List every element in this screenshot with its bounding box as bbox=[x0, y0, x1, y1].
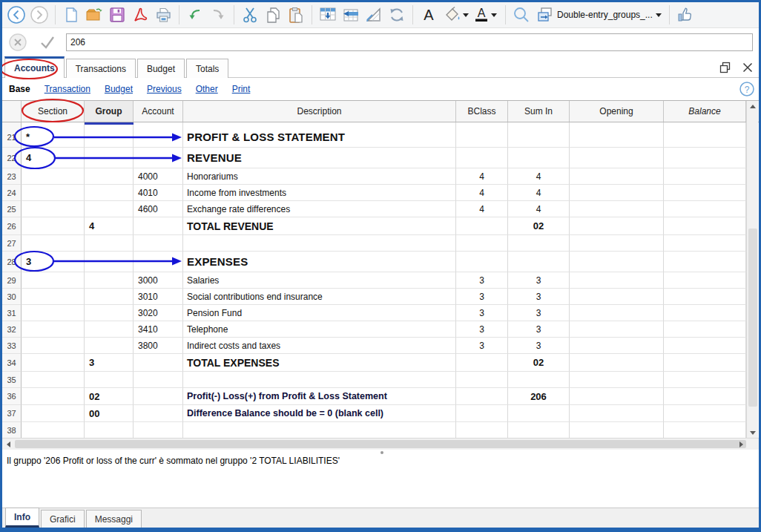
scroll-right-button[interactable] bbox=[735, 439, 747, 450]
vertical-scroll-thumb[interactable] bbox=[748, 229, 757, 407]
cell-row23-description[interactable]: Honorariums bbox=[183, 168, 456, 185]
cell-row30-section[interactable] bbox=[22, 289, 85, 305]
cell-row23-bclass[interactable]: 4 bbox=[456, 168, 508, 185]
column-header-row-number[interactable] bbox=[2, 101, 22, 122]
cut-button[interactable] bbox=[239, 4, 261, 26]
column-header-account[interactable]: Account bbox=[134, 101, 183, 122]
cell-row24-balance[interactable] bbox=[664, 185, 746, 201]
insert-rows-button[interactable] bbox=[317, 4, 339, 26]
cell-row30-sum-in[interactable]: 3 bbox=[508, 289, 570, 305]
cell-row38-sum-in[interactable] bbox=[508, 422, 570, 439]
cell-row38-balance[interactable] bbox=[664, 422, 746, 439]
horizontal-scroll-thumb[interactable] bbox=[15, 440, 746, 448]
cell-row29-balance[interactable] bbox=[664, 272, 746, 289]
cell-row28-num[interactable]: 28 bbox=[2, 252, 22, 272]
restore-window-button[interactable] bbox=[717, 60, 734, 75]
cell-row35-section[interactable] bbox=[22, 372, 85, 388]
cell-row23-opening[interactable] bbox=[570, 168, 664, 185]
add-row-button[interactable] bbox=[340, 4, 362, 26]
menu-item-previous[interactable]: Previous bbox=[147, 84, 182, 94]
tab-totals[interactable]: Totals bbox=[186, 59, 228, 78]
column-header-description[interactable]: Description bbox=[183, 101, 456, 122]
tab-transactions[interactable]: Transactions bbox=[66, 59, 136, 78]
copy-button[interactable] bbox=[262, 4, 284, 26]
cell-row25-opening[interactable] bbox=[570, 201, 664, 217]
cell-row24-account[interactable]: 4010 bbox=[134, 185, 183, 201]
cell-row31-bclass[interactable]: 3 bbox=[456, 305, 508, 321]
cell-row33-description[interactable]: Indirect costs and taxes bbox=[183, 338, 456, 354]
cell-row34-description[interactable]: TOTAL EXPENSES bbox=[183, 354, 456, 372]
scroll-down-button[interactable] bbox=[747, 427, 759, 439]
cell-row31-balance[interactable] bbox=[664, 305, 746, 321]
cell-row26-num[interactable]: 26 bbox=[2, 217, 22, 235]
cell-row37-sum-in[interactable] bbox=[508, 405, 570, 422]
cell-row23-group[interactable] bbox=[85, 168, 134, 185]
cell-row32-bclass[interactable]: 3 bbox=[456, 321, 508, 338]
cell-row29-bclass[interactable]: 3 bbox=[456, 272, 508, 289]
cell-row30-balance[interactable] bbox=[664, 289, 746, 305]
cell-row32-group[interactable] bbox=[85, 321, 134, 338]
new-file-button[interactable] bbox=[60, 4, 82, 26]
cell-row22-num[interactable]: 22 bbox=[2, 148, 22, 168]
cell-row21-group[interactable] bbox=[85, 127, 134, 148]
cell-row27-num[interactable]: 27 bbox=[2, 235, 22, 252]
cell-row33-opening[interactable] bbox=[570, 338, 664, 354]
cell-row29-num[interactable]: 29 bbox=[2, 272, 22, 289]
cell-row38-num[interactable]: 38 bbox=[2, 422, 22, 439]
cell-row37-description[interactable]: Difference Balance should be = 0 (blank … bbox=[183, 405, 456, 422]
cell-row23-sum-in[interactable]: 4 bbox=[508, 168, 570, 185]
cell-row27-section[interactable] bbox=[22, 235, 85, 252]
cell-row31-account[interactable]: 3020 bbox=[134, 305, 183, 321]
cell-row32-balance[interactable] bbox=[664, 321, 746, 338]
cell-row35-description[interactable] bbox=[183, 372, 456, 388]
cell-row24-bclass[interactable]: 4 bbox=[456, 185, 508, 201]
cell-row35-sum-in[interactable] bbox=[508, 372, 570, 388]
column-header-balance[interactable]: Balance bbox=[664, 101, 746, 122]
fill-color-button[interactable] bbox=[441, 4, 470, 26]
cell-row38-description[interactable] bbox=[183, 422, 456, 439]
cell-row21-account[interactable] bbox=[134, 127, 183, 148]
cell-row29-opening[interactable] bbox=[570, 272, 664, 289]
cell-row36-group[interactable]: 02 bbox=[85, 388, 134, 405]
cell-row38-group[interactable] bbox=[85, 422, 134, 439]
cell-row36-description[interactable]: Profit(-) Loss(+) from Profit & Loss Sta… bbox=[183, 388, 456, 405]
cell-row36-section[interactable] bbox=[22, 388, 85, 405]
font-color-button[interactable]: A bbox=[471, 4, 501, 26]
cell-row23-section[interactable] bbox=[22, 168, 85, 185]
cell-row30-description[interactable]: Social contributions end insurance bbox=[183, 289, 456, 305]
cell-row26-balance[interactable] bbox=[664, 217, 746, 235]
cell-row29-description[interactable]: Salaries bbox=[183, 272, 456, 289]
cell-row36-sum-in[interactable]: 206 bbox=[508, 388, 570, 405]
cell-row37-group[interactable]: 00 bbox=[85, 405, 134, 422]
cell-row25-account[interactable]: 4600 bbox=[134, 201, 183, 217]
cell-row29-section[interactable] bbox=[22, 272, 85, 289]
cell-row37-num[interactable]: 37 bbox=[2, 405, 22, 422]
cell-row22-sum-in[interactable] bbox=[508, 148, 570, 168]
recalculate-button[interactable] bbox=[386, 4, 408, 26]
cell-row25-description[interactable]: Exchange rate differences bbox=[183, 201, 456, 217]
cell-row26-section[interactable] bbox=[22, 217, 85, 235]
cell-row30-num[interactable]: 30 bbox=[2, 289, 22, 305]
redo-button[interactable] bbox=[207, 4, 229, 26]
cell-row34-sum-in[interactable]: 02 bbox=[508, 354, 570, 372]
help-button[interactable]: ? bbox=[739, 81, 755, 99]
cancel-edit-button[interactable] bbox=[7, 31, 29, 53]
cell-row22-description[interactable]: REVENUE bbox=[183, 148, 456, 168]
cell-row21-sum-in[interactable] bbox=[508, 127, 570, 148]
cell-row34-opening[interactable] bbox=[570, 354, 664, 372]
cell-row21-num[interactable]: 21 bbox=[2, 127, 22, 148]
cell-row28-opening[interactable] bbox=[570, 252, 664, 272]
cell-row23-num[interactable]: 23 bbox=[2, 168, 22, 185]
cell-row37-bclass[interactable] bbox=[456, 405, 508, 422]
cell-row29-sum-in[interactable]: 3 bbox=[508, 272, 570, 289]
cell-row30-group[interactable] bbox=[85, 289, 134, 305]
cell-row22-opening[interactable] bbox=[570, 148, 664, 168]
cell-row25-section[interactable] bbox=[22, 201, 85, 217]
cell-row25-num[interactable]: 25 bbox=[2, 201, 22, 217]
cell-row35-balance[interactable] bbox=[664, 372, 746, 388]
scroll-left-button[interactable] bbox=[2, 439, 14, 450]
cell-row33-sum-in[interactable]: 3 bbox=[508, 338, 570, 354]
cell-row21-bclass[interactable] bbox=[456, 127, 508, 148]
horizontal-scrollbar[interactable] bbox=[2, 438, 759, 450]
cell-row22-section[interactable]: 4 bbox=[22, 148, 85, 168]
